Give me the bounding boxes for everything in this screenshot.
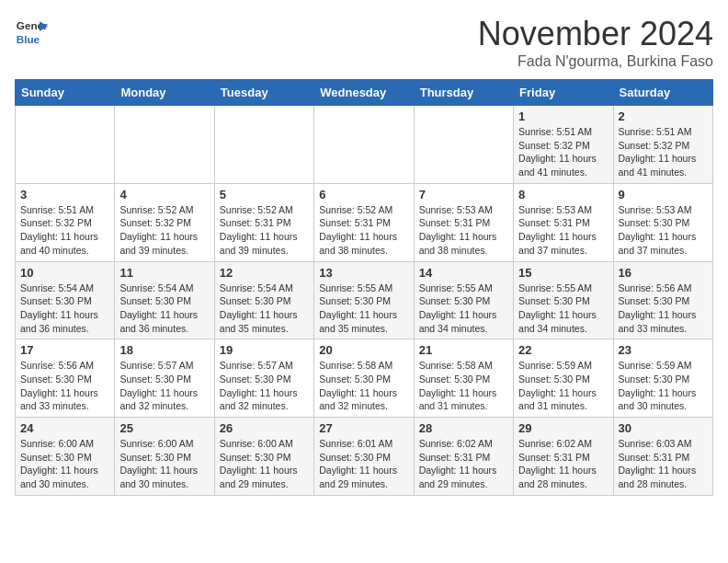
calendar-cell: 2Sunrise: 5:51 AM Sunset: 5:32 PM Daylig… — [613, 106, 712, 184]
day-info: Sunrise: 6:01 AM Sunset: 5:30 PM Dayligh… — [319, 437, 408, 491]
calendar-cell: 29Sunrise: 6:02 AM Sunset: 5:31 PM Dayli… — [514, 418, 613, 496]
calendar-cell: 5Sunrise: 5:52 AM Sunset: 5:31 PM Daylig… — [214, 183, 313, 261]
logo-icon: GeneralBlue — [15, 15, 48, 48]
calendar-cell: 19Sunrise: 5:57 AM Sunset: 5:30 PM Dayli… — [214, 339, 313, 418]
location-title: Fada N'gourma, Burkina Faso — [478, 53, 713, 70]
day-info: Sunrise: 5:57 AM Sunset: 5:30 PM Dayligh… — [119, 359, 209, 413]
day-info: Sunrise: 5:58 AM Sunset: 5:30 PM Dayligh… — [419, 359, 508, 413]
weekday-header-tuesday: Tuesday — [214, 80, 313, 106]
day-info: Sunrise: 5:52 AM Sunset: 5:31 PM Dayligh… — [319, 203, 408, 258]
calendar-cell — [314, 106, 414, 184]
day-number: 6 — [319, 188, 408, 201]
day-number: 23 — [619, 343, 708, 357]
day-info: Sunrise: 5:54 AM Sunset: 5:30 PM Dayligh… — [119, 282, 209, 336]
calendar-cell: 12Sunrise: 5:54 AM Sunset: 5:30 PM Dayli… — [214, 261, 313, 339]
day-number: 4 — [119, 188, 209, 201]
day-info: Sunrise: 5:52 AM Sunset: 5:32 PM Dayligh… — [119, 203, 209, 258]
day-number: 9 — [619, 188, 708, 201]
day-info: Sunrise: 5:55 AM Sunset: 5:30 PM Dayligh… — [518, 282, 608, 336]
day-info: Sunrise: 6:03 AM Sunset: 5:31 PM Dayligh… — [619, 437, 708, 491]
calendar-cell: 13Sunrise: 5:55 AM Sunset: 5:30 PM Dayli… — [314, 261, 414, 339]
calendar-cell: 11Sunrise: 5:54 AM Sunset: 5:30 PM Dayli… — [115, 261, 214, 339]
calendar-cell: 18Sunrise: 5:57 AM Sunset: 5:30 PM Dayli… — [115, 339, 214, 418]
day-number: 2 — [619, 109, 708, 123]
day-info: Sunrise: 5:51 AM Sunset: 5:32 PM Dayligh… — [619, 125, 708, 179]
day-number: 27 — [319, 421, 408, 435]
day-number: 15 — [518, 266, 608, 280]
weekday-header-row: SundayMondayTuesdayWednesdayThursdayFrid… — [16, 80, 713, 106]
calendar-cell: 10Sunrise: 5:54 AM Sunset: 5:30 PM Dayli… — [16, 261, 115, 339]
calendar-cell — [115, 106, 214, 184]
calendar-cell: 20Sunrise: 5:58 AM Sunset: 5:30 PM Dayli… — [314, 339, 414, 418]
day-info: Sunrise: 5:56 AM Sunset: 5:30 PM Dayligh… — [20, 359, 109, 413]
weekday-header-friday: Friday — [514, 80, 613, 106]
day-info: Sunrise: 5:51 AM Sunset: 5:32 PM Dayligh… — [518, 125, 608, 179]
day-info: Sunrise: 5:53 AM Sunset: 5:31 PM Dayligh… — [419, 203, 508, 258]
page-header: GeneralBlue November 2024 Fada N'gourma,… — [15, 15, 713, 70]
day-number: 5 — [220, 188, 309, 201]
calendar-cell: 6Sunrise: 5:52 AM Sunset: 5:31 PM Daylig… — [314, 183, 414, 261]
weekday-header-monday: Monday — [115, 80, 214, 106]
logo: GeneralBlue — [15, 15, 48, 48]
day-number: 22 — [518, 343, 608, 357]
calendar-cell: 8Sunrise: 5:53 AM Sunset: 5:31 PM Daylig… — [514, 183, 613, 261]
day-number: 1 — [518, 109, 608, 123]
month-title: November 2024 — [478, 15, 713, 53]
calendar-cell: 9Sunrise: 5:53 AM Sunset: 5:30 PM Daylig… — [613, 183, 712, 261]
day-number: 8 — [518, 188, 608, 201]
day-number: 26 — [220, 421, 309, 435]
day-info: Sunrise: 6:02 AM Sunset: 5:31 PM Dayligh… — [419, 437, 508, 491]
calendar-cell: 4Sunrise: 5:52 AM Sunset: 5:32 PM Daylig… — [115, 183, 214, 261]
calendar-cell: 24Sunrise: 6:00 AM Sunset: 5:30 PM Dayli… — [16, 418, 115, 496]
calendar-cell: 3Sunrise: 5:51 AM Sunset: 5:32 PM Daylig… — [16, 183, 115, 261]
calendar-cell: 7Sunrise: 5:53 AM Sunset: 5:31 PM Daylig… — [414, 183, 513, 261]
calendar-cell — [16, 106, 115, 184]
day-info: Sunrise: 6:00 AM Sunset: 5:30 PM Dayligh… — [119, 437, 209, 491]
calendar-cell: 17Sunrise: 5:56 AM Sunset: 5:30 PM Dayli… — [16, 339, 115, 418]
day-info: Sunrise: 5:59 AM Sunset: 5:30 PM Dayligh… — [518, 359, 608, 413]
day-number: 13 — [319, 266, 408, 280]
day-number: 3 — [20, 188, 109, 201]
day-number: 14 — [419, 266, 508, 280]
weekday-header-wednesday: Wednesday — [314, 80, 414, 106]
calendar-cell — [214, 106, 313, 184]
week-row-2: 3Sunrise: 5:51 AM Sunset: 5:32 PM Daylig… — [16, 183, 713, 261]
day-number: 24 — [20, 421, 109, 435]
day-number: 30 — [619, 421, 708, 435]
calendar-cell: 21Sunrise: 5:58 AM Sunset: 5:30 PM Dayli… — [414, 339, 513, 418]
week-row-5: 24Sunrise: 6:00 AM Sunset: 5:30 PM Dayli… — [16, 418, 713, 496]
title-block: November 2024 Fada N'gourma, Burkina Fas… — [478, 15, 713, 70]
day-number: 25 — [119, 421, 209, 435]
day-info: Sunrise: 5:55 AM Sunset: 5:30 PM Dayligh… — [319, 282, 408, 336]
day-number: 12 — [220, 266, 309, 280]
calendar-cell: 27Sunrise: 6:01 AM Sunset: 5:30 PM Dayli… — [314, 418, 414, 496]
day-number: 19 — [220, 343, 309, 357]
day-number: 7 — [419, 188, 508, 201]
calendar-cell: 25Sunrise: 6:00 AM Sunset: 5:30 PM Dayli… — [115, 418, 214, 496]
svg-text:Blue: Blue — [17, 33, 40, 45]
day-info: Sunrise: 5:55 AM Sunset: 5:30 PM Dayligh… — [419, 282, 508, 336]
weekday-header-sunday: Sunday — [16, 80, 115, 106]
day-number: 11 — [119, 266, 209, 280]
calendar-cell: 14Sunrise: 5:55 AM Sunset: 5:30 PM Dayli… — [414, 261, 513, 339]
day-number: 29 — [518, 421, 608, 435]
day-info: Sunrise: 5:53 AM Sunset: 5:31 PM Dayligh… — [518, 203, 608, 258]
calendar-cell: 23Sunrise: 5:59 AM Sunset: 5:30 PM Dayli… — [613, 339, 712, 418]
day-info: Sunrise: 5:54 AM Sunset: 5:30 PM Dayligh… — [20, 282, 109, 336]
calendar-cell — [414, 106, 513, 184]
weekday-header-thursday: Thursday — [414, 80, 513, 106]
day-info: Sunrise: 6:02 AM Sunset: 5:31 PM Dayligh… — [518, 437, 608, 491]
day-number: 21 — [419, 343, 508, 357]
day-info: Sunrise: 5:54 AM Sunset: 5:30 PM Dayligh… — [220, 282, 309, 336]
day-info: Sunrise: 5:51 AM Sunset: 5:32 PM Dayligh… — [20, 203, 109, 258]
week-row-1: 1Sunrise: 5:51 AM Sunset: 5:32 PM Daylig… — [16, 106, 713, 184]
calendar-cell: 1Sunrise: 5:51 AM Sunset: 5:32 PM Daylig… — [514, 106, 613, 184]
calendar-cell: 15Sunrise: 5:55 AM Sunset: 5:30 PM Dayli… — [514, 261, 613, 339]
calendar-cell: 22Sunrise: 5:59 AM Sunset: 5:30 PM Dayli… — [514, 339, 613, 418]
day-info: Sunrise: 5:52 AM Sunset: 5:31 PM Dayligh… — [220, 203, 309, 258]
weekday-header-saturday: Saturday — [613, 80, 712, 106]
week-row-3: 10Sunrise: 5:54 AM Sunset: 5:30 PM Dayli… — [16, 261, 713, 339]
calendar-cell: 16Sunrise: 5:56 AM Sunset: 5:30 PM Dayli… — [613, 261, 712, 339]
calendar-cell: 26Sunrise: 6:00 AM Sunset: 5:30 PM Dayli… — [214, 418, 313, 496]
week-row-4: 17Sunrise: 5:56 AM Sunset: 5:30 PM Dayli… — [16, 339, 713, 418]
